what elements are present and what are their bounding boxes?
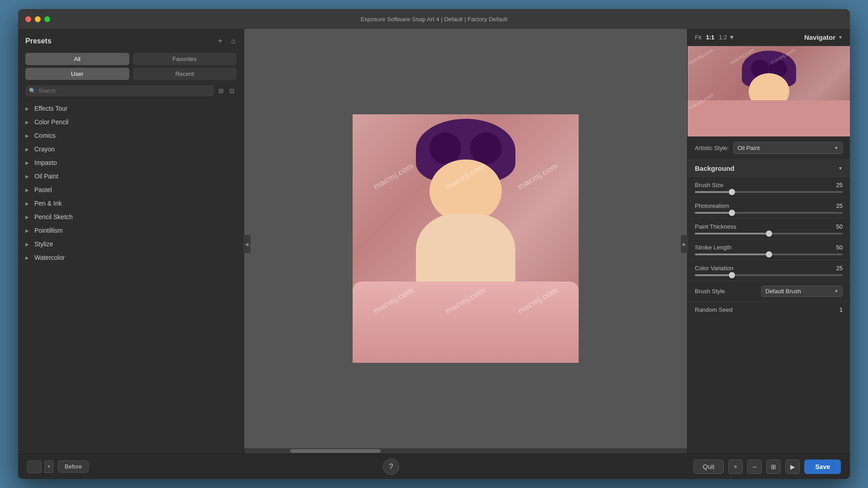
filter-user-button[interactable]: User (25, 68, 129, 80)
chevron-right-icon: ▶ (25, 174, 31, 179)
canvas-image[interactable]: macmj.com macmj.com macmj.com macmj.com … (244, 29, 687, 448)
preset-item-oil-paint[interactable]: ▶ Oil Paint (18, 169, 244, 183)
grid-compact-view-button[interactable]: ⊞ (217, 86, 226, 95)
quit-button[interactable]: Quit (693, 460, 724, 474)
before-button[interactable]: Before (58, 460, 89, 473)
home-button[interactable]: ⌂ (230, 35, 236, 47)
background-section-header: Background ▼ (688, 160, 850, 177)
paint-thickness-track[interactable] (695, 233, 843, 235)
preset-item-stylize[interactable]: ▶ Stylize (18, 237, 244, 251)
preset-item-watercolor[interactable]: ▶ Watercolor (18, 251, 244, 264)
zoom-value: 1:2 (719, 34, 727, 41)
sidebar: Presets ＋ ⌂ All Favorites User Recent (18, 29, 244, 454)
random-seed-label: Random Seed (695, 306, 732, 313)
view-icons: ⊞ ⊟ (217, 86, 236, 95)
chevron-down-icon: ▼ (834, 289, 839, 294)
search-input[interactable] (38, 88, 210, 94)
preset-list: ▶ Effects Tour ▶ Color Pencil ▶ Comics ▶… (18, 100, 244, 454)
close-button[interactable] (25, 16, 31, 22)
photorealism-value: 25 (836, 202, 843, 209)
section-title: Background (695, 164, 735, 172)
artistic-style-label: Artistic Style: (695, 145, 729, 151)
stroke-length-label: Stroke Length (695, 244, 731, 251)
chevron-down-icon: ▼ (834, 145, 839, 150)
preset-item-impasto[interactable]: ▶ Impasto (18, 156, 244, 169)
maximize-button[interactable] (44, 16, 50, 22)
chevron-down-icon[interactable]: ▼ (838, 35, 843, 40)
brush-size-slider-group: Brush Size 25 (688, 177, 850, 198)
compare-icon-button[interactable]: ↔ (747, 460, 762, 474)
preset-item-pen-ink[interactable]: ▶ Pen & Ink (18, 197, 244, 210)
add-preset-button[interactable]: ＋ (216, 35, 225, 47)
preset-item-pointillism[interactable]: ▶ Pointillism (18, 224, 244, 237)
photorealism-track[interactable] (695, 212, 843, 214)
stroke-length-track[interactable] (695, 253, 843, 255)
navigator-preview: macmj.com macmj.com macmj.com macmj.com (688, 46, 850, 136)
brush-size-track[interactable] (695, 191, 843, 193)
chevron-right-icon: ▶ (25, 215, 31, 220)
bottom-left: ▼ Before (27, 460, 89, 473)
search-input-wrap[interactable]: 🔍 (25, 85, 214, 96)
scrollbar-thumb[interactable] (290, 449, 381, 453)
horizontal-scrollbar[interactable] (244, 448, 687, 454)
bottom-right: Quit ＋ ↔ ⊞ ▶ Save (693, 460, 841, 474)
color-variation-track[interactable] (695, 274, 843, 276)
save-button[interactable]: Save (804, 460, 841, 474)
brush-size-label: Brush Size (695, 182, 723, 188)
color-variation-slider-group: Color Variation 25 (688, 260, 850, 281)
filter-all-button[interactable]: All (25, 53, 129, 65)
chevron-right-icon: ▶ (25, 133, 31, 138)
next-icon-button[interactable]: ▶ (785, 460, 800, 474)
artistic-style-dropdown[interactable]: Oil Paint ▼ (733, 142, 843, 154)
brush-size-fill (695, 191, 732, 193)
navigator-header: Fit 1:1 1:2 ▼ Navigator ▼ (688, 29, 850, 46)
brush-size-thumb[interactable] (729, 189, 735, 195)
preset-item-comics[interactable]: ▶ Comics (18, 129, 244, 142)
help-button[interactable]: ? (383, 459, 399, 475)
brush-style-dropdown[interactable]: Default Brush ▼ (761, 286, 843, 297)
preset-item-pastel[interactable]: ▶ Pastel (18, 183, 244, 197)
paint-thickness-thumb[interactable] (766, 230, 772, 237)
filter-recent-button[interactable]: Recent (133, 68, 237, 80)
chevron-right-icon: ▶ (25, 201, 31, 206)
chevron-down-icon[interactable]: ▼ (838, 166, 843, 171)
grid-view-button[interactable]: ⊟ (227, 86, 236, 95)
add-icon-button[interactable]: ＋ (728, 460, 743, 474)
preset-label: Crayon (34, 145, 55, 153)
chevron-right-icon: ▶ (25, 188, 31, 192)
artistic-style-row: Artistic Style: Oil Paint ▼ (688, 136, 850, 160)
preset-item-effects-tour[interactable]: ▶ Effects Tour (18, 102, 244, 115)
search-bar: 🔍 ⊞ ⊟ (18, 84, 244, 100)
filter-favorites-button[interactable]: Favorites (133, 53, 237, 65)
collapse-sidebar-button[interactable]: ◀ (243, 235, 250, 253)
grid-icon-button[interactable]: ⊞ (766, 460, 781, 474)
minimize-button[interactable] (35, 16, 41, 22)
preset-filters: All Favorites User Recent (18, 51, 244, 84)
stroke-length-value: 50 (836, 244, 843, 251)
chevron-right-icon: ▶ (25, 228, 31, 233)
chevron-right-icon: ▶ (25, 120, 31, 125)
canvas-area: macmj.com macmj.com macmj.com macmj.com … (244, 29, 687, 454)
preset-item-pencil-sketch[interactable]: ▶ Pencil Sketch (18, 210, 244, 224)
stroke-length-slider-group: Stroke Length 50 (688, 239, 850, 260)
zoom-1to1-button[interactable]: 1:1 (706, 34, 714, 41)
preset-label: Pointillism (34, 227, 63, 234)
photorealism-slider-group: Photorealism 25 (688, 198, 850, 219)
photorealism-thumb[interactable] (729, 210, 735, 216)
preset-label: Color Pencil (34, 118, 68, 126)
navigator-image (688, 46, 850, 136)
zoom-dropdown[interactable]: 1:2 ▼ (719, 34, 735, 41)
preset-item-color-pencil[interactable]: ▶ Color Pencil (18, 115, 244, 129)
sidebar-header-icons: ＋ ⌂ (216, 35, 236, 47)
preset-item-crayon[interactable]: ▶ Crayon (18, 142, 244, 156)
zoom-fit-button[interactable]: Fit (695, 34, 701, 41)
preset-label: Comics (34, 132, 56, 139)
stroke-length-thumb[interactable] (766, 251, 772, 258)
brush-size-value: 25 (836, 182, 843, 188)
preview-box[interactable] (27, 460, 42, 473)
preview-arrow-dropdown[interactable]: ▼ (44, 460, 53, 473)
color-variation-thumb[interactable] (729, 272, 735, 278)
preset-label: Effects Tour (34, 105, 67, 112)
brush-style-row: Brush Style Default Brush ▼ (688, 281, 850, 302)
collapse-panel-button[interactable]: ▶ (681, 235, 688, 253)
